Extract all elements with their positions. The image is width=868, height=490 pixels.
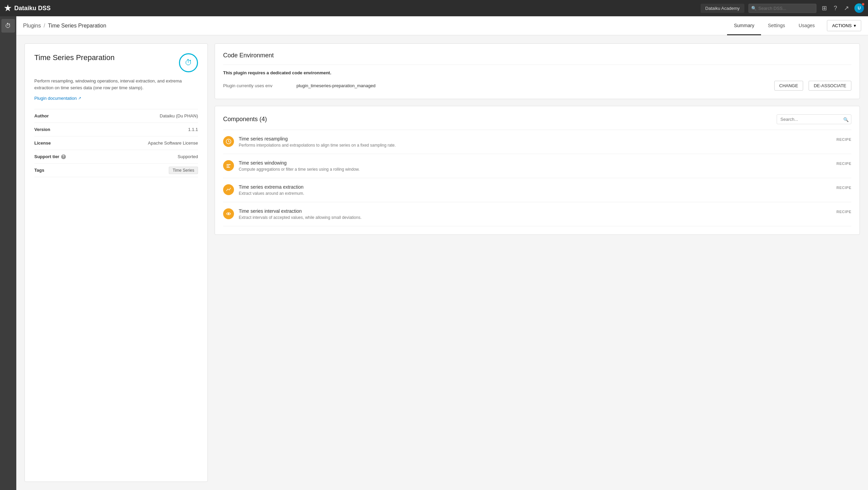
plugin-meta: Author Dataiku (Du PHAN) Version 1.1.1 L… [34, 109, 198, 177]
component-name-0[interactable]: Time series resampling [239, 136, 832, 142]
doc-link-text: Plugin documentation [34, 96, 77, 101]
author-value: Dataiku (Du PHAN) [160, 113, 198, 118]
component-desc-2: Extract values around an extremum. [239, 191, 832, 196]
plugin-info-card: Time Series Preparation ⏱ Perform resamp… [24, 43, 208, 482]
svg-rect-1 [227, 164, 231, 165]
components-header: Components (4) 🔍 [223, 114, 851, 124]
components-search-wrap: 🔍 [777, 114, 851, 124]
env-value: plugin_timeseries-preparation_managed [296, 83, 769, 88]
meta-license-row: License Apache Software License [34, 136, 198, 150]
version-label: Version [34, 127, 50, 132]
app-logo[interactable]: Dataiku DSS [4, 4, 51, 12]
code-env-row: Plugin currently uses env plugin_timeser… [223, 81, 851, 91]
top-navbar: Dataiku DSS Dataiku Academy 🔍 ⊞ ? ↗ U [0, 0, 868, 16]
search-input[interactable] [748, 4, 816, 13]
sidebar: ⏱ [0, 16, 16, 490]
component-info-0: Time series resampling Performs interpol… [239, 136, 832, 148]
tags-label: Tags [34, 168, 44, 173]
component-badge-0: RECIPE [836, 136, 851, 142]
list-item: Time series resampling Performs interpol… [223, 130, 851, 154]
list-item: Time series extrema extraction Extract v… [223, 178, 851, 202]
tags-container: Time Series [169, 168, 198, 173]
component-info-2: Time series extrema extraction Extract v… [239, 184, 832, 196]
breadcrumb: Plugins / Time Series Preparation [23, 23, 106, 29]
clock-icon: ⏱ [179, 53, 198, 72]
sidebar-home-icon[interactable]: ⏱ [1, 19, 15, 33]
plugin-doc-link[interactable]: Plugin documentation ↗ [34, 96, 198, 101]
component-info-3: Time series interval extraction Extract … [239, 208, 832, 220]
avatar-badge [862, 3, 865, 6]
component-name-2[interactable]: Time series extrema extraction [239, 184, 832, 190]
component-icon-1 [223, 160, 234, 171]
plugin-header: Time Series Preparation ⏱ [34, 53, 198, 72]
license-value: Apache Software License [148, 140, 198, 146]
tab-settings[interactable]: Settings [761, 16, 792, 35]
tag-time-series: Time Series [169, 167, 198, 174]
components-search-input[interactable] [777, 114, 851, 124]
component-name-1[interactable]: Time series windowing [239, 160, 832, 166]
component-badge-1: RECIPE [836, 160, 851, 166]
actions-chevron-icon: ▾ [854, 23, 856, 28]
component-info-1: Time series windowing Compute aggregatio… [239, 160, 832, 172]
trending-icon[interactable]: ↗ [843, 3, 850, 13]
tab-summary[interactable]: Summary [727, 16, 761, 35]
component-badge-3: RECIPE [836, 208, 851, 214]
help-icon[interactable]: ? [832, 3, 838, 13]
avatar[interactable]: U [854, 3, 864, 13]
code-env-title: Code Environment [223, 52, 851, 59]
search-container: 🔍 [748, 4, 816, 13]
page-header: Plugins / Time Series Preparation Summar… [16, 16, 868, 35]
components-title: Components (4) [223, 116, 267, 123]
component-name-3[interactable]: Time series interval extraction [239, 208, 832, 214]
meta-author-row: Author Dataiku (Du PHAN) [34, 109, 198, 123]
plugin-title: Time Series Preparation [34, 53, 114, 62]
component-badge-2: RECIPE [836, 184, 851, 190]
external-link-icon: ↗ [78, 96, 81, 100]
header-nav: Summary Settings Usages ACTIONS ▾ [727, 16, 861, 35]
tab-usages[interactable]: Usages [792, 16, 821, 35]
component-desc-3: Extract intervals of accepted values, wh… [239, 215, 832, 220]
meta-tags-row: Tags Time Series [34, 164, 198, 177]
actions-label: ACTIONS [832, 23, 852, 28]
academy-button[interactable]: Dataiku Academy [701, 4, 744, 13]
component-icon-2 [223, 184, 234, 195]
search-icon: 🔍 [843, 117, 849, 122]
grid-icon[interactable]: ⊞ [820, 3, 828, 13]
code-env-card: Code Environment This plugin requires a … [215, 43, 860, 99]
components-card: Components (4) 🔍 [215, 106, 860, 235]
svg-rect-2 [227, 166, 229, 166]
actions-button[interactable]: ACTIONS ▾ [827, 20, 861, 31]
component-icon-0 [223, 136, 234, 147]
logo-icon [4, 4, 12, 12]
component-desc-0: Performs interpolations and extrapolatio… [239, 143, 832, 148]
list-item: Time series windowing Compute aggregatio… [223, 154, 851, 178]
component-list: Time series resampling Performs interpol… [223, 130, 851, 226]
support-help-icon[interactable]: ? [61, 154, 66, 159]
breadcrumb-parent[interactable]: Plugins [23, 23, 41, 29]
svg-rect-3 [227, 167, 230, 168]
component-desc-1: Compute aggregations or filter a time se… [239, 167, 832, 172]
right-panel: Code Environment This plugin requires a … [215, 43, 860, 482]
search-icon: 🔍 [751, 6, 757, 11]
code-env-notice: This plugin requires a dedicated code en… [223, 70, 851, 75]
change-button[interactable]: CHANGE [774, 81, 803, 91]
author-label: Author [34, 113, 49, 118]
breadcrumb-separator: / [43, 23, 45, 29]
plugin-description: Perform resampling, windowing operations… [34, 78, 198, 91]
deassociate-button[interactable]: DE-ASSOCIATE [809, 81, 851, 91]
component-icon-3 [223, 208, 234, 219]
meta-support-row: Support tier ? Supported [34, 150, 198, 164]
license-label: License [34, 140, 51, 146]
app-title: Dataiku DSS [14, 5, 51, 12]
version-value: 1.1.1 [188, 127, 198, 132]
support-label: Support tier ? [34, 154, 66, 159]
env-label: Plugin currently uses env [223, 83, 291, 88]
main-content: Time Series Preparation ⏱ Perform resamp… [16, 35, 868, 490]
list-item: Time series interval extraction Extract … [223, 202, 851, 226]
breadcrumb-current: Time Series Preparation [48, 23, 106, 29]
support-value: Supported [178, 154, 198, 159]
svg-point-4 [228, 213, 229, 214]
meta-version-row: Version 1.1.1 [34, 123, 198, 136]
